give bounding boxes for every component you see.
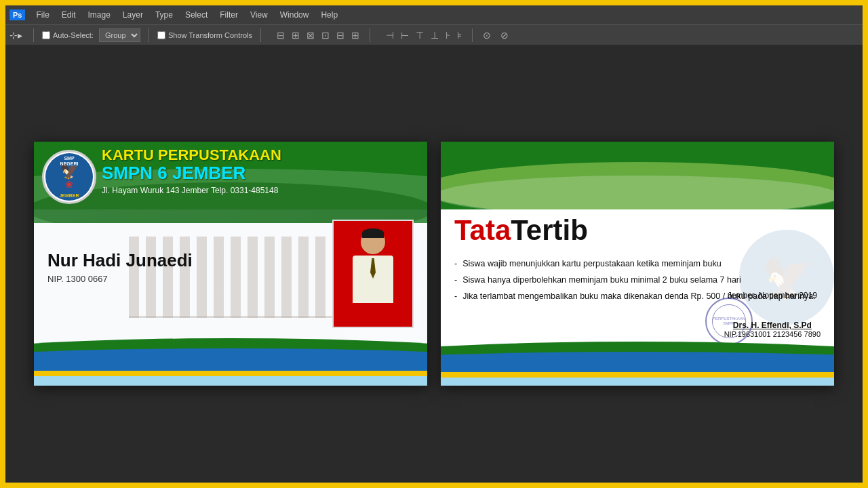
separator-2 bbox=[149, 28, 149, 42]
align-center-icon[interactable]: ⊞ bbox=[290, 29, 302, 41]
back-title: TataTertib bbox=[454, 216, 821, 245]
front-title-sub: SMPN 6 JEMBER bbox=[102, 163, 420, 183]
align-right-icon[interactable]: ⊠ bbox=[304, 29, 317, 41]
menu-view[interactable]: View bbox=[245, 9, 273, 21]
rule-item-1: - Siswa wajib menunjukkan kartu perpusta… bbox=[454, 257, 821, 270]
menu-image[interactable]: Image bbox=[83, 9, 116, 21]
logo-smp-text: SMPNEGERI bbox=[60, 156, 79, 166]
distribute-top-icon[interactable]: ⊥ bbox=[429, 29, 441, 41]
canvas-area: SMPNEGERI 🦅 ❀ JEMBER KARTU PERPUSTAKAAN … bbox=[5, 45, 863, 483]
rule-text-2: Siswa hanya diperbolehkan meminjam buku … bbox=[462, 273, 821, 287]
distribute-right-icon[interactable]: ⊤ bbox=[414, 29, 426, 41]
canvas-flip-icon[interactable]: ⊘ bbox=[498, 29, 511, 41]
student-body bbox=[353, 256, 393, 303]
front-name-area: Nur Hadi Junaedi NIP. 1300 0667 bbox=[47, 250, 319, 284]
back-top-bg bbox=[441, 142, 834, 209]
rule-dash-3: - bbox=[454, 289, 457, 303]
title-tertib-black: Tertib bbox=[511, 214, 588, 246]
principal-name: Drs. H. Effendi, S.Pd bbox=[724, 321, 821, 330]
student-photo bbox=[332, 220, 414, 328]
separator-4 bbox=[370, 28, 370, 42]
separator-3 bbox=[260, 28, 261, 42]
sig-place-date: Jember, Nopember 2019 bbox=[724, 291, 821, 300]
ps-menu-icon: Ps bbox=[9, 9, 25, 20]
transform-controls-text: Show Transform Controls bbox=[168, 31, 252, 39]
group-dropdown[interactable]: Group bbox=[99, 28, 140, 42]
back-wave2 bbox=[441, 176, 834, 209]
rule-dash-1: - bbox=[454, 257, 457, 270]
distribute-bottom-icon[interactable]: ⊧ bbox=[455, 29, 464, 41]
distribute-center-icon[interactable]: ⊢ bbox=[399, 29, 411, 41]
align-left-icon[interactable]: ⊟ bbox=[275, 29, 287, 41]
rule-text-1: Siswa wajib menunjukkan kartu perpustaka… bbox=[462, 257, 821, 270]
rule-item-2: - Siswa hanya diperbolehkan meminjam buk… bbox=[454, 273, 821, 287]
logo-flower-icon: ❀ bbox=[65, 179, 73, 190]
principal-nip: NIP.19631001 2123456 7890 bbox=[724, 330, 821, 338]
menu-select[interactable]: Select bbox=[180, 9, 213, 21]
auto-select-text: Auto-Select: bbox=[53, 31, 94, 39]
transform-controls-checkbox[interactable] bbox=[157, 31, 165, 39]
menu-layer[interactable]: Layer bbox=[117, 9, 149, 21]
menubar: Ps File Edit Image Layer Type Select Fil… bbox=[5, 5, 863, 24]
menu-help[interactable]: Help bbox=[315, 9, 343, 21]
menu-filter[interactable]: Filter bbox=[214, 9, 243, 21]
toolbar: ⊹▸ Auto-Select: Group Show Transform Con… bbox=[5, 24, 863, 45]
rule-dash-2: - bbox=[454, 273, 457, 287]
distribute-middle-icon[interactable]: ⊦ bbox=[443, 29, 452, 41]
card-back: 🦅 TataTertib - Siswa wajib menunjukkan k… bbox=[441, 142, 834, 386]
signature-area: Jember, Nopember 2019 Drs. H. Effendi, S… bbox=[724, 291, 821, 338]
separator-5 bbox=[472, 28, 473, 42]
front-title-area: KARTU PERPUSTAKAAN SMPN 6 JEMBER Jl. Hay… bbox=[102, 147, 420, 195]
card-front: SMPNEGERI 🦅 ❀ JEMBER KARTU PERPUSTAKAAN … bbox=[34, 142, 427, 386]
logo-jember-text: JEMBER bbox=[59, 193, 79, 198]
auto-select-label: Auto-Select: bbox=[42, 31, 94, 39]
align-bottom-icon[interactable]: ⊞ bbox=[349, 29, 361, 41]
move-tool-icon[interactable]: ⊹▸ bbox=[9, 30, 22, 41]
separator-1 bbox=[33, 28, 34, 42]
school-logo-inner: SMPNEGERI 🦅 ❀ JEMBER bbox=[45, 153, 93, 201]
auto-select-checkbox[interactable] bbox=[42, 31, 50, 39]
student-hair bbox=[362, 228, 384, 238]
school-logo: SMPNEGERI 🦅 ❀ JEMBER bbox=[42, 150, 96, 204]
menu-window[interactable]: Window bbox=[275, 9, 315, 21]
front-title-main: KARTU PERPUSTAKAAN bbox=[102, 147, 420, 163]
distribute-icons: ⊣ ⊢ ⊤ ⊥ ⊦ ⊧ bbox=[384, 29, 464, 41]
student-nip: NIP. 1300 0667 bbox=[47, 274, 319, 284]
menu-type[interactable]: Type bbox=[150, 9, 178, 21]
align-middle-icon[interactable]: ⊟ bbox=[334, 29, 347, 41]
align-top-icon[interactable]: ⊡ bbox=[319, 29, 332, 41]
front-address: Jl. Hayam Wuruk 143 Jember Telp. 0331-48… bbox=[102, 186, 420, 195]
student-head bbox=[361, 230, 385, 254]
distribute-left-icon[interactable]: ⊣ bbox=[384, 29, 396, 41]
back-bottom-lightblue-strip bbox=[441, 378, 834, 386]
transform-controls-label: Show Transform Controls bbox=[157, 31, 252, 39]
canvas-rotate-icon[interactable]: ⊙ bbox=[481, 29, 493, 41]
student-name: Nur Hadi Junaedi bbox=[47, 250, 319, 271]
front-bottom-lightblue-strip bbox=[34, 376, 427, 386]
student-tie bbox=[370, 258, 376, 279]
title-tata-red: Tata bbox=[454, 214, 511, 246]
align-icons: ⊟ ⊞ ⊠ ⊡ ⊟ ⊞ bbox=[275, 29, 361, 41]
student-figure bbox=[346, 230, 400, 318]
menu-edit[interactable]: Edit bbox=[56, 9, 81, 21]
menu-file[interactable]: File bbox=[31, 9, 54, 21]
